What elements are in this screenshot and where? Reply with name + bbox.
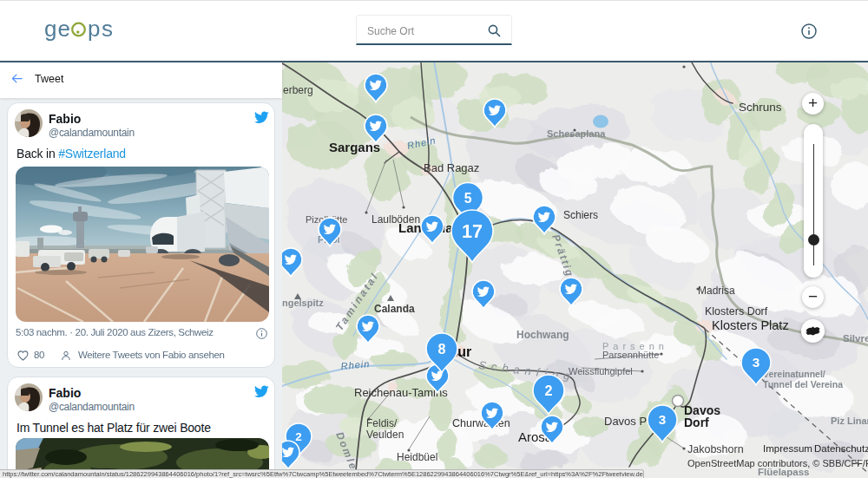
svg-text:Calanda: Calanda [374, 303, 415, 315]
svg-text:Impressum: Impressum [763, 443, 812, 454]
svg-text:Tunnel del Vereina: Tunnel del Vereina [763, 379, 843, 390]
svg-text:ngelspitz: ngelspitz [282, 298, 324, 308]
svg-text:Klosters Dorf: Klosters Dorf [705, 305, 768, 318]
svg-text:5: 5 [464, 191, 472, 206]
svg-text:17: 17 [462, 220, 483, 242]
svg-text:▲: ▲ [569, 132, 575, 138]
svg-text:Flüelapass: Flüelapass [758, 467, 809, 477]
svg-text:Schesaplana: Schesaplana [547, 128, 606, 139]
svg-text:Parsennhütte: Parsennhütte [602, 350, 659, 360]
svg-text:2: 2 [295, 430, 302, 443]
svg-text:Feldis/: Feldis/ [366, 417, 398, 429]
svg-text:Veulden: Veulden [366, 429, 404, 441]
svg-text:Weissfluhgipfel: Weissfluhgipfel [569, 366, 633, 377]
svg-text:Madrisa: Madrisa [698, 285, 735, 297]
svg-text:Hochwang: Hochwang [516, 329, 569, 341]
svg-text:Heidbüel: Heidbüel [397, 451, 437, 463]
svg-text:Jakobshorn: Jakobshorn [687, 443, 744, 455]
svg-text:3: 3 [659, 412, 667, 427]
svg-text:3: 3 [753, 355, 760, 370]
svg-text:ge: ge [44, 20, 71, 42]
svg-text:Klosters Platz: Klosters Platz [712, 318, 789, 332]
svg-text:Silvretta: Silvretta [843, 333, 868, 344]
svg-text:Vereinatunnel/: Vereinatunnel/ [763, 369, 825, 379]
svg-text:Piz Linard: Piz Linard [831, 416, 868, 426]
svg-text:Datenschutz: Datenschutz [814, 443, 868, 454]
svg-text:Schiers: Schiers [563, 209, 598, 221]
svg-text:erberg: erberg [283, 84, 313, 96]
svg-text:2: 2 [544, 383, 552, 398]
svg-text:Sargans: Sargans [329, 140, 380, 154]
svg-text:Schruns: Schruns [739, 101, 782, 114]
svg-text:Davos Pl: Davos Pl [604, 415, 649, 428]
svg-text:ps: ps [88, 20, 114, 42]
svg-text:Bad Ragaz: Bad Ragaz [424, 161, 479, 174]
svg-text:8: 8 [437, 341, 445, 357]
svg-text:Dorf: Dorf [684, 416, 709, 429]
